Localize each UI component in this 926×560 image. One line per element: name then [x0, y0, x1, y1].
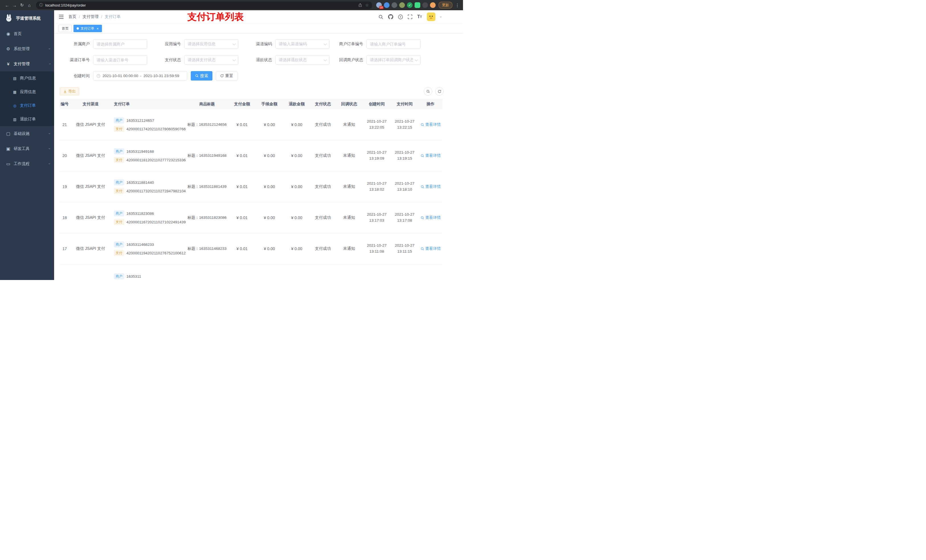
sidebar-item-devtools[interactable]: ▣ 研发工具 › — [0, 141, 54, 156]
user-menu-caret-icon[interactable]: › — [439, 16, 443, 17]
cell-pay-channel: 微信 JSAPI 支付 — [70, 233, 112, 264]
view-detail-link[interactable]: 查看详情 — [421, 153, 441, 158]
refresh-icon — [438, 90, 441, 93]
fullscreen-icon[interactable] — [408, 15, 412, 19]
search-icon — [195, 74, 199, 78]
cell-fee-amount — [256, 264, 283, 280]
view-detail-link[interactable]: 查看详情 — [421, 215, 441, 220]
channel-order-no-input[interactable] — [93, 55, 147, 65]
column-header: 支付时间 — [391, 99, 419, 109]
view-detail-link[interactable]: 查看详情 — [421, 184, 441, 189]
address-bar[interactable]: ⓘ localhost:1024/pay/order ☆ — [36, 2, 372, 9]
sidebar-item-workflow[interactable]: ▭ 工作流程 › — [0, 156, 54, 171]
url-text: localhost:1024/pay/order — [45, 3, 86, 8]
workflow-icon: ▭ — [6, 162, 11, 166]
merchant-input[interactable] — [93, 39, 147, 49]
search-button[interactable]: 搜索 — [191, 71, 212, 80]
font-size-icon[interactable]: TT — [417, 15, 422, 19]
extension-icon[interactable] — [399, 2, 405, 8]
tab-pay-order[interactable]: 支付订单 × — [73, 25, 102, 32]
column-header: 手续金额 — [256, 99, 283, 109]
cell-pay-time: 2021-10-2713:11:15 — [391, 233, 419, 264]
extension-icon[interactable] — [415, 2, 420, 8]
refresh-table-button[interactable] — [435, 87, 443, 96]
sidebar-item-merchant-info[interactable]: ▤ 商户信息 — [0, 71, 54, 85]
filter-pay-status: 支付状态 请选择支付状态 — [151, 55, 238, 65]
browser-menu-icon[interactable]: ⋮ — [455, 3, 460, 8]
extension-icon[interactable] — [430, 2, 436, 8]
cell-pay-order: 商户1635311 — [112, 264, 186, 280]
cell-action: 查看详情 — [419, 171, 442, 202]
cell-order-id: 21 — [60, 109, 70, 140]
pay-status-select[interactable]: 请选择支付状态 — [184, 55, 238, 65]
site-info-icon[interactable]: ⓘ — [39, 3, 43, 8]
merchant-tag: 商户 — [114, 273, 124, 279]
sidebar-item-payment[interactable]: ¥ 支付管理 › — [0, 56, 54, 71]
column-header: 支付订单 — [112, 99, 186, 109]
channel-code-select[interactable]: 请输入渠道编码 — [275, 39, 330, 49]
chevron-down-icon — [324, 42, 327, 45]
extension-icon[interactable] — [392, 2, 397, 8]
tags-view-bar: 首页 支付订单 × — [54, 24, 463, 33]
cell-fee-amount: ¥ 0.00 — [256, 202, 283, 233]
sidebar-collapse-icon[interactable] — [59, 15, 64, 19]
chevron-down-icon — [415, 58, 418, 61]
cell-pay-time: 2021-10-2713:19:15 — [391, 140, 419, 171]
cell-create-time: 2021-10-2713:22:05 — [363, 109, 391, 140]
infrastructure-icon: ▢ — [6, 131, 11, 136]
channel-order-no: 4200001173202110272847982104 — [126, 189, 186, 193]
cell-refund-amount: ¥ 0.00 — [283, 233, 310, 264]
gear-icon: ⚙ — [6, 46, 11, 51]
breadcrumb-home[interactable]: 首页 — [68, 14, 76, 20]
channel-order-line: 支付4200001181202110277723215336 — [114, 157, 186, 163]
home-button[interactable]: ⌂ — [26, 2, 33, 9]
merchant-order-no-input[interactable] — [366, 39, 421, 49]
close-tab-icon[interactable]: × — [97, 26, 99, 31]
extension-icon[interactable] — [384, 2, 390, 8]
sidebar-item-pay-order[interactable]: ◎ 支付订单 — [0, 99, 54, 112]
back-button[interactable]: ← — [3, 2, 11, 9]
breadcrumb: 首页 / 支付管理 / 支付订单 — [68, 14, 121, 20]
app-title: 芋道管理系统 — [16, 16, 41, 21]
sidebar-item-infrastructure[interactable]: ▢ 基础设施 › — [0, 126, 54, 141]
extension-icon[interactable]: 10 — [376, 2, 382, 8]
refund-status-select[interactable]: 请选择退款状态 — [275, 55, 330, 65]
reset-button[interactable]: 重置 — [216, 71, 238, 80]
notify-status-select[interactable]: 请选择订单回调商户状态 — [366, 55, 421, 65]
breadcrumb-payment[interactable]: 支付管理 — [83, 14, 98, 20]
filter-merchant-order-no: 商户订单编号 — [333, 39, 421, 49]
reload-button[interactable]: ↻ — [18, 2, 26, 9]
sidebar-item-refund-order[interactable]: ▥ 退款订单 — [0, 112, 54, 126]
export-button[interactable]: 导出 — [60, 88, 79, 95]
extension-icon[interactable]: ✓ — [407, 2, 413, 8]
view-detail-link[interactable]: 查看详情 — [421, 246, 441, 251]
browser-update-button[interactable]: 更新 — [439, 2, 452, 9]
sidebar-item-system[interactable]: ⚙ 系统管理 › — [0, 41, 54, 56]
table-row: 18微信 JSAPI 支付商户1635311823086支付4200001167… — [60, 202, 442, 233]
column-header: 创建时间 — [363, 99, 391, 109]
tab-home[interactable]: 首页 — [59, 25, 72, 32]
sidebar-item-app-info[interactable]: ▦ 应用信息 — [0, 85, 54, 99]
bookmark-star-icon[interactable]: ☆ — [365, 3, 369, 8]
toggle-search-button[interactable] — [424, 87, 432, 96]
sidebar-item-home[interactable]: ◉ 首页 — [0, 26, 54, 41]
breadcrumb-current: 支付订单 — [105, 14, 121, 20]
cell-action: 查看详情 — [419, 233, 442, 264]
cell-order-id — [60, 264, 70, 280]
cell-pay-channel: 微信 JSAPI 支付 — [70, 202, 112, 233]
github-icon[interactable] — [388, 14, 393, 20]
search-icon[interactable] — [378, 15, 383, 20]
merchant-order-line: 商户1635311949168 — [114, 148, 154, 154]
payment-submenu: ▤ 商户信息 ▦ 应用信息 ◎ 支付订单 ▥ 退款订单 — [0, 71, 54, 126]
forward-button[interactable]: → — [11, 2, 18, 9]
cell-create-time: 2021-10-2713:19:09 — [363, 140, 391, 171]
view-detail-link[interactable]: 查看详情 — [421, 122, 441, 127]
share-icon[interactable] — [358, 3, 362, 7]
app-id-select[interactable]: 请选择应用信息 — [184, 39, 238, 49]
help-icon[interactable]: ? — [398, 15, 403, 20]
cell-pay-amount: ¥ 0.01 — [228, 140, 256, 171]
date-range-picker[interactable]: 2021-10-01 00:00:00 - 2021-10-31 23:59:5… — [93, 71, 187, 80]
user-avatar[interactable] — [427, 12, 436, 21]
extension-icon[interactable] — [422, 2, 428, 8]
cell-action — [419, 264, 442, 280]
